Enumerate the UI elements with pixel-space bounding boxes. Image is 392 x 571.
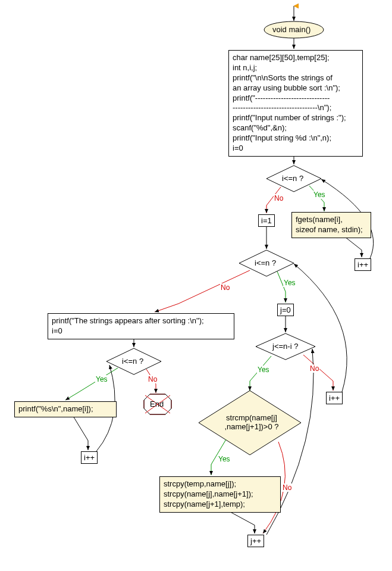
cond-j-le-n-i: j<=n-i ?: [272, 342, 298, 351]
no-label: No: [274, 194, 284, 202]
yes-label-3: Yes: [257, 366, 270, 374]
yes-label-2: Yes: [283, 279, 296, 287]
i-increment-3: i++: [81, 451, 98, 464]
j-increment: j++: [247, 535, 264, 547]
j-set-0: j=0: [277, 304, 294, 316]
no-label-5: No: [148, 375, 158, 383]
cond-i-le-n-1: i<=n ?: [282, 174, 303, 183]
no-label-2: No: [220, 283, 230, 292]
print-header-block: printf("The strings appears after sortin…: [48, 313, 234, 339]
cond-i-le-n-3: i<=n ?: [122, 357, 143, 366]
cond-i-le-n-2: i<=n ?: [255, 258, 276, 267]
no-label-3: No: [309, 364, 319, 373]
cond-strcmp: strcmp(name[j] ,name[j+1])>0 ?: [219, 413, 284, 431]
fgets-block: fgets(name[i], sizeof name, stdin);: [291, 212, 371, 238]
print-line-block: printf("%s\n",name[i]);: [14, 401, 117, 417]
fgets-text: fgets(name[i], sizeof name, stdin);: [296, 215, 363, 234]
init-block: char name[25][50],temp[25]; int n,i,j; p…: [228, 50, 363, 157]
yes-label: Yes: [313, 191, 326, 199]
swap-text: strcpy(temp,name[j]); strcpy(name[j],nam…: [164, 479, 253, 508]
no-label-4: No: [282, 483, 292, 492]
yes-label-5: Yes: [95, 375, 108, 383]
i-increment-1: i++: [355, 258, 371, 271]
i-increment-2: i++: [326, 392, 343, 404]
end-node: End: [150, 400, 164, 408]
swap-block: strcpy(temp,name[j]); strcpy(name[j],nam…: [159, 476, 281, 513]
yes-label-4: Yes: [218, 455, 231, 463]
i-set-1: i=1: [258, 214, 275, 227]
init-text: char name[25][50],temp[25]; int n,i,j; p…: [233, 53, 346, 152]
print-line-text: printf("%s\n",name[i]);: [18, 404, 93, 413]
print-header-text: printf("The strings appears after sortin…: [52, 316, 204, 335]
start-node: void main(): [272, 25, 311, 34]
